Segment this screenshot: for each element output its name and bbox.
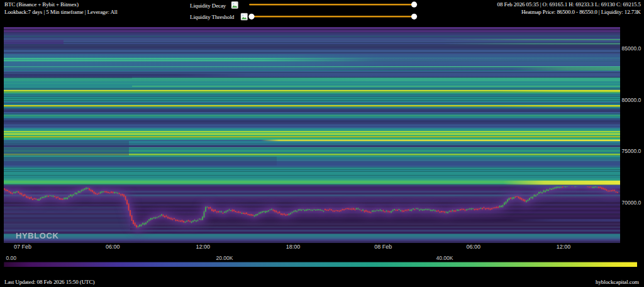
svg-text:12:00: 12:00 xyxy=(557,244,571,250)
svg-text:20.00K: 20.00K xyxy=(216,255,233,261)
svg-text:07 Feb: 07 Feb xyxy=(14,244,31,250)
svg-text:0.00: 0.00 xyxy=(6,255,17,261)
svg-text:12:00: 12:00 xyxy=(196,244,210,250)
svg-text:08 Feb: 08 Feb xyxy=(374,244,392,250)
svg-text:70000.0: 70000.0 xyxy=(622,200,641,206)
svg-text:18:00: 18:00 xyxy=(286,244,301,250)
svg-text:85000.0: 85000.0 xyxy=(622,45,641,52)
svg-text:40.00K: 40.00K xyxy=(436,255,453,261)
svg-text:HYBLOCK: HYBLOCK xyxy=(16,231,58,240)
svg-text:06:00: 06:00 xyxy=(466,244,480,250)
svg-text:80000.0: 80000.0 xyxy=(622,97,641,103)
svg-text:06:00: 06:00 xyxy=(106,244,120,250)
svg-text:75000.0: 75000.0 xyxy=(622,148,641,154)
